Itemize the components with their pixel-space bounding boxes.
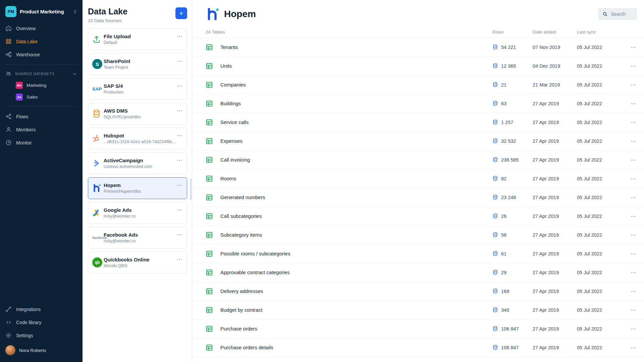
database-icon xyxy=(492,44,498,50)
data-source-card[interactable]: ActiveCampaign contoso.activehosted.com xyxy=(88,153,187,174)
data-source-subtitle: ...d631c-1516-42e1-a516-7dd234f6be4a xyxy=(104,139,177,144)
data-source-card[interactable]: Hopem Primmo/Hopem/dbo xyxy=(88,177,187,199)
data-source-menu-button[interactable] xyxy=(177,33,183,39)
add-data-source-button[interactable]: + xyxy=(175,7,187,19)
user-menu[interactable]: Nora Roberts xyxy=(0,342,83,359)
row-menu-button[interactable] xyxy=(631,63,637,68)
table-row[interactable]: Expenses 32 532 27 Apr 2019 05 Jul 2022 xyxy=(192,131,644,150)
table-row[interactable]: Subcategory items 58 27 Apr 2019 05 Jul … xyxy=(192,225,644,244)
sidebar-item-settings[interactable]: Settings xyxy=(0,329,83,342)
data-source-card[interactable]: facebook Facebook Ads ricky@wonder.co xyxy=(88,227,187,249)
row-menu-button[interactable] xyxy=(631,289,637,294)
sidebar-item-data-lake[interactable]: Data Lake xyxy=(0,35,83,48)
table-row[interactable]: Generated numbers 23 248 27 Apr 2019 05 … xyxy=(192,188,644,206)
data-source-menu-button[interactable] xyxy=(177,58,183,63)
data-source-menu-button[interactable] xyxy=(177,182,183,187)
row-count: 54 221 xyxy=(501,45,516,50)
table-row[interactable]: Tenants 54 221 07 Nov 2019 05 Jul 2022 xyxy=(192,38,644,56)
table-name: Budget by contract xyxy=(220,307,492,313)
data-source-menu-button[interactable] xyxy=(177,108,183,113)
last-sync: 05 Jul 2022 xyxy=(577,45,625,50)
row-menu-button[interactable] xyxy=(631,138,637,143)
row-count: 106 847 xyxy=(501,345,519,350)
workspace-switcher[interactable]: PM Product Marketing xyxy=(0,5,83,22)
sidebar-item-members[interactable]: Members xyxy=(0,123,83,136)
sidebar-item-overview[interactable]: Overview xyxy=(0,22,83,35)
table-grid-icon xyxy=(206,100,213,107)
data-source-card[interactable]: qb Quickbooks Online Wondo QBO xyxy=(88,252,187,274)
row-menu-button[interactable] xyxy=(631,82,637,87)
data-source-menu-button[interactable] xyxy=(177,232,183,237)
table-row[interactable]: Call subcategories 26 27 Apr 2019 05 Jul… xyxy=(192,206,644,225)
data-source-menu-button[interactable] xyxy=(177,207,183,212)
table-row[interactable]: Units 12 365 04 Dec 2019 05 Jul 2022 xyxy=(192,56,644,75)
table-row[interactable]: Call invoicing 236 585 27 Apr 2019 05 Ju… xyxy=(192,150,644,169)
last-sync: 05 Jul 2022 xyxy=(577,326,625,331)
table-row[interactable]: Buildings 63 27 Apr 2019 05 Jul 2022 xyxy=(192,94,644,113)
database-icon xyxy=(492,194,498,200)
panel-scrollbar[interactable] xyxy=(190,178,192,200)
workspace-name: Product Marketing xyxy=(20,9,69,14)
data-source-menu-button[interactable] xyxy=(177,256,183,262)
integrations-icon xyxy=(5,306,12,312)
data-source-card[interactable]: S SharePoint Team Project xyxy=(88,53,187,75)
data-source-card[interactable]: SAP SAP S/4 Production xyxy=(88,78,187,100)
row-menu-button[interactable] xyxy=(631,45,637,50)
source-title: Hopem xyxy=(224,9,256,19)
row-menu-button[interactable] xyxy=(631,101,637,106)
data-source-card[interactable]: File Upload Default xyxy=(88,28,187,50)
table-row[interactable]: Approvable contract categories 29 27 Apr… xyxy=(192,263,644,282)
table-row[interactable]: Delivery addresses 168 27 Apr 2019 05 Ju… xyxy=(192,282,644,300)
table-row[interactable]: Budget by contract 340 27 Apr 2019 05 Ju… xyxy=(192,300,644,319)
row-menu-button[interactable] xyxy=(631,251,637,256)
date-added: 27 Apr 2019 xyxy=(533,232,577,238)
sidebar-item-monitor[interactable]: Monitor xyxy=(0,136,83,149)
row-menu-button[interactable] xyxy=(631,345,637,350)
date-added: 27 Apr 2019 xyxy=(533,195,577,200)
row-menu-button[interactable] xyxy=(631,307,637,312)
row-menu-button[interactable] xyxy=(631,176,637,181)
data-source-menu-button[interactable] xyxy=(177,157,183,163)
row-menu-button[interactable] xyxy=(631,214,637,219)
database-icon xyxy=(492,307,498,313)
row-menu-button[interactable] xyxy=(631,326,637,331)
data-source-menu-button[interactable] xyxy=(177,83,183,88)
panel-header: Data Lake 10 Data Sources + xyxy=(88,7,187,23)
table-row[interactable]: Purchase orders distribution 1 116 27 Ap… xyxy=(192,357,644,362)
data-source-subtitle: contoso.activehosted.com xyxy=(104,164,152,169)
sidebar-item-code-library[interactable]: Code library xyxy=(0,316,83,329)
row-menu-button[interactable] xyxy=(631,270,637,275)
shared-dataset-sales[interactable]: SA Sales xyxy=(0,91,83,103)
search-button[interactable]: Search xyxy=(598,8,637,20)
sidebar-item-warehouse[interactable]: Warehouse xyxy=(0,48,83,61)
code-icon xyxy=(5,319,12,325)
table-row[interactable]: Purchase orders 106 847 27 Apr 2019 05 J… xyxy=(192,319,644,338)
row-count-cell: 340 xyxy=(492,307,533,313)
last-sync: 05 Jul 2022 xyxy=(577,101,625,106)
row-menu-button[interactable] xyxy=(631,157,637,162)
last-sync: 05 Jul 2022 xyxy=(577,157,625,163)
sidebar-item-flows[interactable]: Flows xyxy=(0,110,83,123)
table-row[interactable]: Service calls 1 257 27 Apr 2019 05 Jul 2… xyxy=(192,113,644,131)
database-icon xyxy=(492,213,498,219)
shared-dataset-marketing[interactable]: MA Marketing xyxy=(0,79,83,91)
workspace-avatar: PM xyxy=(5,6,16,17)
table-row[interactable]: Purchase orders details 106 847 27 Apr 2… xyxy=(192,338,644,357)
table-grid-icon xyxy=(206,213,213,220)
row-menu-button[interactable] xyxy=(631,120,637,125)
sidebar-item-integrations[interactable]: Integrations xyxy=(0,303,83,316)
data-source-card[interactable]: AWS DMS SQLSVR1/prod/dbo xyxy=(88,103,187,125)
data-source-card[interactable]: Hubspot ...d631c-1516-42e1-a516-7dd234f6… xyxy=(88,128,187,149)
table-row[interactable]: Rooms 82 27 Apr 2019 05 Jul 2022 xyxy=(192,169,644,188)
row-count-cell: 236 585 xyxy=(492,157,533,163)
row-count-cell: 82 xyxy=(492,176,533,181)
data-source-name: Facebook Ads xyxy=(104,232,138,238)
data-source-text: Facebook Ads ricky@wonder.co xyxy=(104,232,138,243)
table-row[interactable]: Possible rooms / subcategories 61 27 Apr… xyxy=(192,244,644,263)
table-row[interactable]: Companies 21 21 Mar 2019 05 Jul 2022 xyxy=(192,75,644,94)
row-menu-button[interactable] xyxy=(631,195,637,200)
data-source-card[interactable]: Google Ads ricky@wonder.co xyxy=(88,202,187,224)
shared-datasets-header[interactable]: SHARED DATASETS xyxy=(0,68,83,79)
data-source-menu-button[interactable] xyxy=(177,132,183,138)
row-menu-button[interactable] xyxy=(631,232,637,237)
